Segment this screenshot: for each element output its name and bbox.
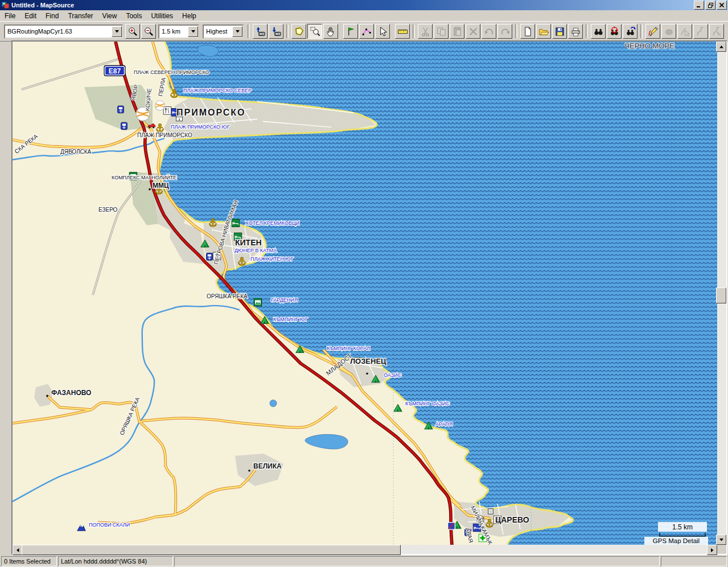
menu-bar: FileEditFindTransferViewToolsUtilitiesHe…: [0, 10, 728, 22]
track-erase-button: [661, 24, 676, 39]
cut-button: [418, 24, 433, 39]
map-label: ЕЗЕРО: [98, 207, 118, 213]
ball-icon[interactable]: [155, 101, 165, 110]
route-shield: E87: [104, 65, 125, 76]
map-label: ХОТЕЛ КРЕМИКОВЦИ: [245, 220, 299, 226]
zoom-tool-button[interactable]: [307, 24, 322, 39]
map-label: ЛОЗЕНЕЦ: [350, 357, 386, 365]
menu-find[interactable]: Find: [41, 11, 63, 21]
map-select-tool-button[interactable]: [291, 24, 306, 39]
map-label: ОРЯШКА РЕКА: [207, 293, 248, 299]
zoom-in-button[interactable]: [125, 24, 140, 39]
toolbar-separator: [515, 24, 517, 38]
scale-combo[interactable]: 1.5 km: [158, 24, 199, 39]
menu-tools[interactable]: Tools: [121, 11, 146, 21]
map-label: ФАЗАНОВО: [51, 389, 91, 397]
send-to-device-button[interactable]: [253, 24, 268, 39]
find-next-button[interactable]: [623, 24, 637, 39]
restore-button[interactable]: [705, 1, 715, 10]
pan-tool-icon: [327, 27, 333, 35]
vertical-scroll-thumb[interactable]: [716, 287, 726, 303]
gas-icon[interactable]: [207, 253, 213, 261]
arrow-down-icon: [719, 539, 723, 541]
toolbar-separator: [248, 24, 250, 38]
vertical-scrollbar[interactable]: [717, 42, 726, 545]
building-icon[interactable]: [488, 508, 493, 514]
menu-utilities[interactable]: Utilities: [146, 11, 178, 21]
route-tool-button[interactable]: [359, 24, 374, 39]
close-button[interactable]: [717, 1, 727, 10]
waypoint-tool-icon: [348, 27, 353, 35]
info-icon[interactable]: [448, 523, 455, 530]
scenic-icon[interactable]: [254, 298, 262, 306]
status-bar: 0 Items Selected Lat/Lon hddd.ddddd°(WGS…: [0, 556, 728, 567]
redo-button: [497, 24, 512, 39]
dot-icon[interactable]: [149, 188, 151, 191]
menu-transfer[interactable]: Transfer: [63, 11, 97, 21]
lodging-g-icon[interactable]: [232, 219, 240, 227]
print-button[interactable]: [568, 24, 583, 39]
map-label: ПЛАЖ КИТЕН ЮГ: [250, 256, 293, 262]
waypoint-tool-button[interactable]: [343, 24, 358, 39]
receive-from-device-button[interactable]: [269, 24, 283, 39]
dot-icon[interactable]: [46, 395, 48, 397]
measure-tool-button[interactable]: [395, 24, 410, 39]
minimize-icon: [697, 3, 701, 7]
restaurant-icon[interactable]: [163, 107, 171, 115]
print-icon: [571, 28, 579, 36]
menu-view[interactable]: View: [98, 11, 122, 21]
arrow-right-icon: [711, 548, 714, 552]
mapsource-window: Untitled - MapSource FileEditFindTransfe…: [0, 0, 728, 567]
dot-icon[interactable]: [248, 470, 250, 472]
find-nearest-button[interactable]: [607, 24, 622, 39]
selection-tool-button[interactable]: [375, 24, 390, 39]
chevron-down-icon[interactable]: [112, 26, 122, 37]
horizontal-scroll-thumb[interactable]: [22, 545, 401, 555]
gas-icon[interactable]: [121, 122, 127, 130]
measure-tool-icon: [398, 30, 407, 33]
save-button[interactable]: [552, 24, 567, 39]
open-button[interactable]: [536, 24, 551, 39]
arrow-left-icon: [17, 548, 19, 552]
close-icon: [719, 3, 724, 7]
track-erase-icon: [665, 30, 672, 35]
track-draw-button[interactable]: [645, 24, 660, 39]
scroll-up-button[interactable]: [716, 42, 726, 52]
detail-combo[interactable]: Highest: [203, 24, 244, 39]
minimize-button[interactable]: [694, 1, 704, 10]
title-bar[interactable]: Untitled - MapSource: [0, 0, 728, 10]
find-button[interactable]: [591, 24, 606, 39]
undo-icon: [484, 29, 492, 34]
menu-help[interactable]: Help: [178, 11, 201, 21]
route-tool-icon: [362, 28, 371, 35]
dot-icon[interactable]: [366, 373, 368, 375]
gas-icon[interactable]: [118, 106, 124, 113]
pan-tool-button[interactable]: [323, 24, 338, 39]
menu-edit[interactable]: Edit: [20, 11, 41, 21]
track-join-button: [709, 24, 724, 39]
new-button[interactable]: [520, 24, 535, 39]
window-title: Untitled - MapSource: [11, 2, 74, 9]
zoom-out-button[interactable]: [141, 24, 156, 39]
scroll-right-button[interactable]: [707, 545, 717, 555]
horizontal-scrollbar[interactable]: [13, 545, 717, 554]
zoom-in-icon: [129, 27, 136, 35]
chevron-down-icon[interactable]: [232, 26, 242, 37]
track-draw-icon: [648, 27, 657, 35]
receive-from-device-icon: [272, 27, 280, 35]
menu-file[interactable]: File: [0, 11, 20, 21]
product-combo[interactable]: BGRoutingMapCyr1.63: [4, 24, 123, 39]
map-canvas[interactable]: ЧЕРНО МОРЕПЛАЖ СЕВЕРЕН ПРИМОРСКОПЛАЖ ПРИ…: [13, 42, 717, 545]
zoom-out-icon: [145, 27, 152, 35]
map-label: ЦАРЕВО: [495, 515, 529, 524]
delete-icon: [470, 28, 476, 34]
track-divide-button: [693, 24, 708, 39]
find-next-icon: [627, 27, 635, 35]
scroll-down-button[interactable]: [716, 535, 726, 545]
map-viewport[interactable]: ЧЕРНО МОРЕПЛАЖ СЕВЕРЕН ПРИМОРСКОПЛАЖ ПРИ…: [13, 42, 717, 545]
map-label: КЪМПИНГ КОРАЛ: [327, 346, 370, 351]
map-label: ОАЗИС: [384, 372, 402, 378]
map-label: ПЛАЖ СЕВЕРЕН ПРИМОРСКО: [134, 69, 209, 75]
map-label: ПРИМОРСКО: [176, 108, 245, 117]
chevron-down-icon[interactable]: [188, 26, 198, 37]
